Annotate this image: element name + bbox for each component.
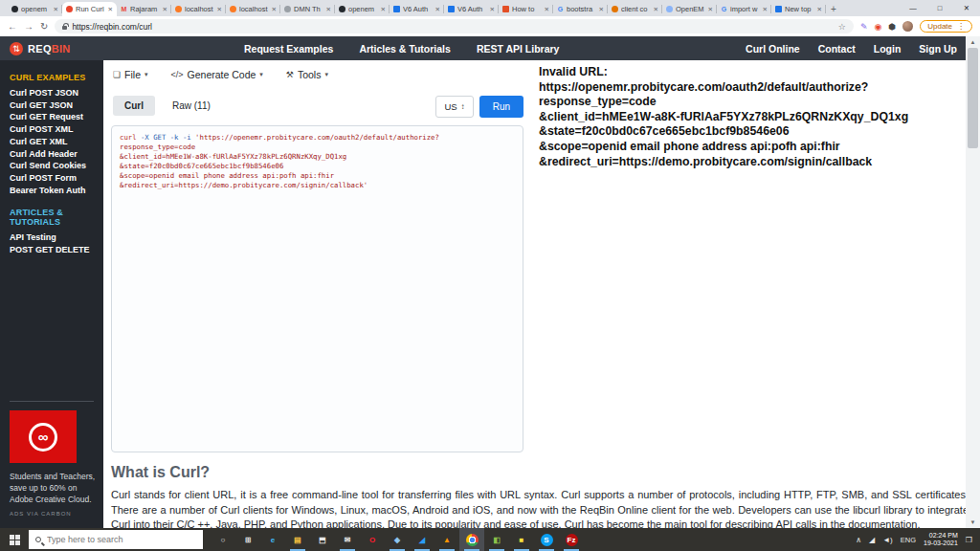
notification-center-icon[interactable]: ❒	[966, 536, 972, 544]
sticky-notes-icon[interactable]: ■	[509, 528, 534, 551]
tab-close-icon[interactable]: ✕	[817, 6, 822, 13]
run-button[interactable]: Run	[479, 96, 523, 118]
new-tab-button[interactable]: +	[826, 2, 841, 16]
tab-close-icon[interactable]: ✕	[54, 6, 58, 13]
header-nav-item[interactable]: Articles & Tutorials	[359, 43, 451, 55]
scroll-up-icon[interactable]: ▲	[970, 36, 976, 48]
tab-close-icon[interactable]: ✕	[654, 6, 658, 13]
browser-tab[interactable]: How to ✕	[499, 2, 553, 16]
tab-close-icon[interactable]: ✕	[381, 6, 386, 13]
scrollbar-thumb[interactable]	[968, 48, 978, 148]
red-extension-icon[interactable]: ◉	[874, 22, 881, 32]
close-button[interactable]: ✕	[953, 0, 980, 16]
sidebar-item[interactable]: Curl POST Form	[10, 172, 103, 185]
tab-close-icon[interactable]: ✕	[217, 6, 222, 13]
app-icon[interactable]: ◧	[484, 528, 509, 551]
edge-icon[interactable]: e	[260, 528, 285, 551]
curl-command-editor[interactable]: curl -X GET -k -i 'https://openemr.probi…	[111, 125, 523, 452]
browser-tab[interactable]: Run Curl ✕	[62, 2, 117, 16]
address-bar[interactable]: https://reqbin.com/curl ☆	[55, 19, 854, 33]
tab-close-icon[interactable]: ✕	[272, 6, 277, 13]
browser-tab[interactable]: G bootstra ✕	[553, 2, 608, 16]
network-icon[interactable]: ◢	[869, 536, 875, 544]
vscode-icon[interactable]: ◢	[410, 528, 434, 551]
browser-tab[interactable]: OpenEM ✕	[662, 2, 717, 16]
browser-tab[interactable]: M Rajaram ✕	[117, 2, 171, 16]
back-button[interactable]: ←	[8, 21, 17, 32]
update-button[interactable]: Update ⋮	[920, 20, 972, 33]
browser-menu-icon[interactable]: ⋮	[957, 22, 965, 31]
reload-button[interactable]: ↻	[40, 21, 48, 32]
store-icon[interactable]: ⬒	[310, 528, 335, 551]
browser-tab[interactable]: openem ✕	[8, 2, 62, 16]
file-explorer-icon[interactable]: ▤	[285, 528, 310, 551]
mail-icon[interactable]: ✉	[335, 528, 360, 551]
3d-viewer-icon[interactable]: ◈	[385, 528, 410, 551]
url-text[interactable]: https://reqbin.com/curl	[72, 22, 152, 32]
task-view-icon[interactable]: ⊞	[235, 528, 260, 551]
language-indicator[interactable]: ENG	[901, 536, 916, 544]
tab-close-icon[interactable]: ✕	[545, 6, 549, 13]
minimize-button[interactable]: —	[900, 0, 926, 16]
bookmark-star-icon[interactable]: ☆	[838, 22, 846, 32]
header-nav-right-item[interactable]: Login	[874, 43, 902, 55]
filezilla-icon[interactable]: Fz	[559, 528, 584, 551]
browser-tab[interactable]: DMN Th ✕	[280, 2, 335, 16]
browser-tab[interactable]: openem ✕	[335, 2, 390, 16]
sidebar-item[interactable]: Curl GET XML	[10, 136, 103, 148]
extensions-puzzle-icon[interactable]: ⬢	[888, 22, 896, 32]
cortana-icon[interactable]: ○	[211, 528, 235, 551]
clock[interactable]: 02:24 PM 19-03-2021	[924, 532, 958, 548]
tab-curl[interactable]: Curl	[113, 96, 155, 116]
taskbar-search[interactable]	[29, 530, 203, 549]
region-select[interactable]: US ↕	[435, 96, 474, 118]
skype-icon[interactable]: S	[534, 528, 559, 551]
chrome-icon[interactable]	[459, 528, 484, 551]
tab-close-icon[interactable]: ✕	[599, 6, 604, 13]
page-scrollbar[interactable]: ▲ ▼	[966, 36, 980, 528]
search-input[interactable]	[47, 535, 181, 544]
sidebar-item[interactable]: API Testing	[10, 231, 103, 244]
scroll-down-icon[interactable]: ▼	[970, 517, 976, 528]
browser-tab[interactable]: New top ✕	[771, 2, 826, 16]
sidebar-item[interactable]: Curl Add Header	[10, 148, 103, 161]
sidebar-item[interactable]: Curl GET JSON	[10, 99, 103, 112]
tab-close-icon[interactable]: ✕	[163, 6, 167, 13]
tab-close-icon[interactable]: ✕	[708, 6, 713, 13]
browser-tab[interactable]: V6 Auth ✕	[444, 2, 499, 16]
sidebar-item[interactable]: Curl Send Cookies	[10, 160, 103, 172]
reqbin-logo[interactable]: ⇅ REQBIN	[0, 42, 244, 55]
browser-tab[interactable]: localhost ✕	[171, 2, 226, 16]
tab-raw[interactable]: Raw (11)	[161, 96, 222, 116]
ad-banner[interactable]: ∞ Students and Teachers, save up to 60% …	[10, 401, 94, 517]
toolbar-menu-button[interactable]: ❏ File ▾	[113, 69, 148, 80]
tab-close-icon[interactable]: ✕	[435, 6, 440, 13]
header-nav-right-item[interactable]: Sign Up	[919, 43, 957, 55]
sidebar-item[interactable]: POST GET DELETE	[10, 244, 103, 256]
tab-close-icon[interactable]: ✕	[490, 6, 495, 13]
browser-tab[interactable]: client co ✕	[608, 2, 662, 16]
volume-icon[interactable]: ◄)	[882, 536, 893, 544]
header-nav-item[interactable]: REST API Library	[477, 43, 560, 55]
tab-close-icon[interactable]: ✕	[108, 6, 113, 13]
opera-icon[interactable]: O	[360, 528, 385, 551]
adobe-cc-ad-image[interactable]: ∞	[10, 410, 77, 463]
toolbar-menu-button[interactable]: ⚒ Tools ▾	[286, 69, 328, 80]
ad-footer[interactable]: ADS VIA CARBON	[10, 511, 94, 517]
tab-close-icon[interactable]: ✕	[763, 6, 768, 13]
browser-tab[interactable]: V6 Auth ✕	[390, 2, 444, 16]
header-nav-item[interactable]: Request Examples	[244, 43, 333, 55]
profile-avatar[interactable]	[902, 21, 913, 32]
header-nav-right-item[interactable]: Curl Online	[746, 43, 800, 55]
header-nav-right-item[interactable]: Contact	[818, 43, 856, 55]
start-button[interactable]	[0, 528, 29, 551]
forward-button[interactable]: →	[24, 21, 33, 32]
sidebar-item[interactable]: Curl POST JSON	[10, 87, 103, 99]
browser-tab[interactable]: G import w ✕	[717, 2, 771, 16]
toolbar-menu-button[interactable]: </> Generate Code ▾	[171, 69, 263, 80]
sidebar-item[interactable]: Curl POST XML	[10, 123, 103, 136]
sidebar-item[interactable]: Bearer Token Auth	[10, 185, 103, 197]
vlc-icon[interactable]: ▲	[434, 528, 459, 551]
pencil-extension-icon[interactable]: ✎	[860, 22, 868, 32]
browser-tab[interactable]: localhost ✕	[226, 2, 280, 16]
